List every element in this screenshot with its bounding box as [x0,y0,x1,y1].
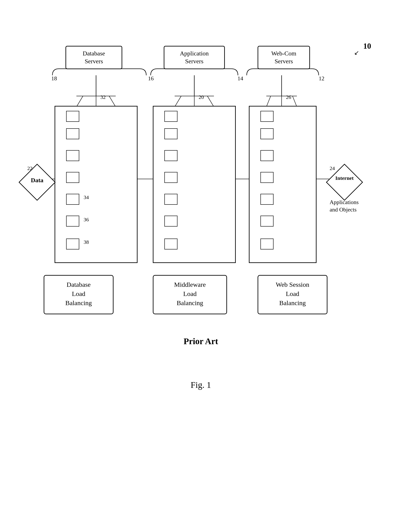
web-slot-1 [260,111,274,122]
svg-line-11 [266,96,271,107]
db-slot-38 [66,172,79,183]
ws-lb-box: Web Session Load Balancing [258,275,327,314]
svg-line-5 [109,96,116,107]
app-slot-30 [164,150,178,161]
figure-arrow: ↙ [354,49,359,56]
fig1-caption: Fig. 1 [135,380,266,390]
app-slot-4 [164,172,178,183]
apps-objects-label: Applications and Objects [330,199,359,214]
db-lb-box: Database Load Balancing [44,275,113,314]
app-tier-box: 28 30 [153,106,236,263]
svg-line-3 [76,96,83,107]
label-16: 16 [148,75,154,82]
label-18: 18 [51,75,57,82]
app-servers-label: Application Servers [180,50,209,65]
label-36: 36 [84,217,89,222]
db-slot-34 [66,128,79,139]
db-servers-label: Database Servers [83,50,105,65]
svg-line-13 [292,96,297,107]
label-14: 14 [238,75,243,82]
db-tier-box: 34 36 38 [55,106,137,263]
label-12: 12 [319,75,324,82]
app-slot-6 [164,216,178,227]
label-20: 20 [199,94,204,100]
mw-lb-box: Middleware Load Balancing [153,275,227,314]
web-slot-6 [260,216,274,227]
web-slot-5 [260,194,274,205]
app-slot-5 [164,194,178,205]
db-slot-5 [66,194,79,205]
web-slot-2 [260,128,274,139]
db-slot-6 [66,216,79,227]
label-34: 34 [84,194,89,200]
label-38: 38 [84,239,89,245]
app-slot-28 [164,128,178,139]
label-24: 24 [330,165,335,171]
svg-line-7 [175,96,181,107]
database-servers-box: Database Servers [66,46,122,69]
svg-line-9 [207,96,214,107]
prior-art-caption: Prior Art [135,336,266,346]
label-22: 22 [27,165,32,171]
db-slot-7 [66,238,79,249]
label-32: 32 [100,94,106,100]
app-slot-7 [164,238,178,249]
web-servers-label: Web-Com Servers [271,50,296,65]
db-slot-36 [66,150,79,161]
mw-lb-label: Middleware Load Balancing [174,281,206,306]
label-26: 26 [286,94,291,100]
web-slot-7 [260,238,274,249]
internet-label: Internet [330,175,359,181]
db-slot-1 [66,111,79,122]
app-slot-1 [164,111,178,122]
web-slot-4 [260,172,274,183]
ws-lb-label: Web Session Load Balancing [276,281,309,306]
figure-number: 10 [363,41,371,51]
application-servers-box: Application Servers [164,46,225,69]
web-slot-3 [260,150,274,161]
web-tier-box [249,106,316,263]
data-label: Data [23,177,51,184]
webcom-servers-box: Web-Com Servers [258,46,310,69]
db-lb-label: Database Load Balancing [65,281,92,306]
